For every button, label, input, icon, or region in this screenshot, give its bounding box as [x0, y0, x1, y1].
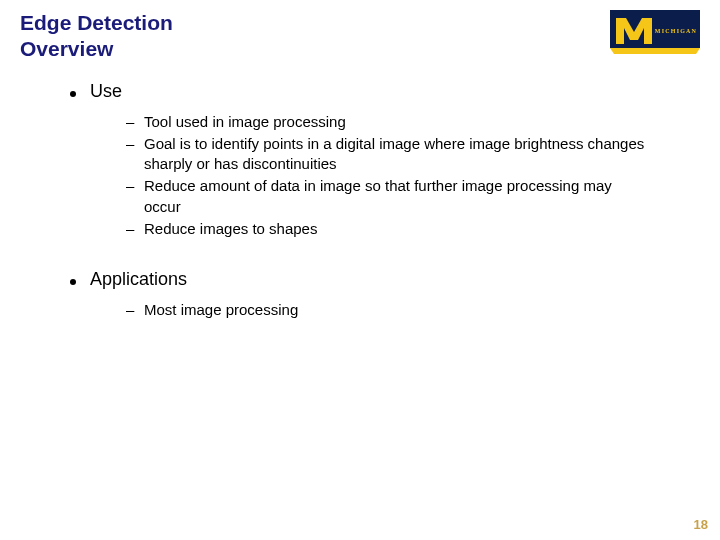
michigan-logo: MICHIGAN	[610, 10, 700, 54]
bullet-dot-icon	[70, 279, 76, 285]
section-use-list: Tool used in image processing Goal is to…	[70, 102, 700, 240]
slide-title: Edge Detection Overview	[20, 10, 173, 63]
list-item: Tool used in image processing	[126, 112, 646, 132]
slide-content: Use Tool used in image processing Goal i…	[20, 63, 700, 321]
section-use: Use Tool used in image processing Goal i…	[70, 81, 700, 240]
bullet-dot-icon	[70, 91, 76, 97]
page-number: 18	[694, 517, 708, 532]
list-item: Most image processing	[126, 300, 646, 320]
slide-header: Edge Detection Overview MICHIGAN	[20, 10, 700, 63]
section-heading: Use	[70, 81, 700, 102]
logo-text: MICHIGAN	[655, 28, 697, 34]
section-heading-text: Use	[90, 81, 122, 102]
section-applications-list: Most image processing	[70, 290, 700, 320]
title-line-2: Overview	[20, 37, 113, 60]
section-applications: Applications Most image processing	[70, 269, 700, 320]
svg-marker-2	[610, 48, 700, 54]
title-line-1: Edge Detection	[20, 11, 173, 34]
list-item: Reduce images to shapes	[126, 219, 646, 239]
list-item: Goal is to identify points in a digital …	[126, 134, 646, 175]
list-item: Reduce amount of data in image so that f…	[126, 176, 646, 217]
section-heading-text: Applications	[90, 269, 187, 290]
section-heading: Applications	[70, 269, 700, 290]
